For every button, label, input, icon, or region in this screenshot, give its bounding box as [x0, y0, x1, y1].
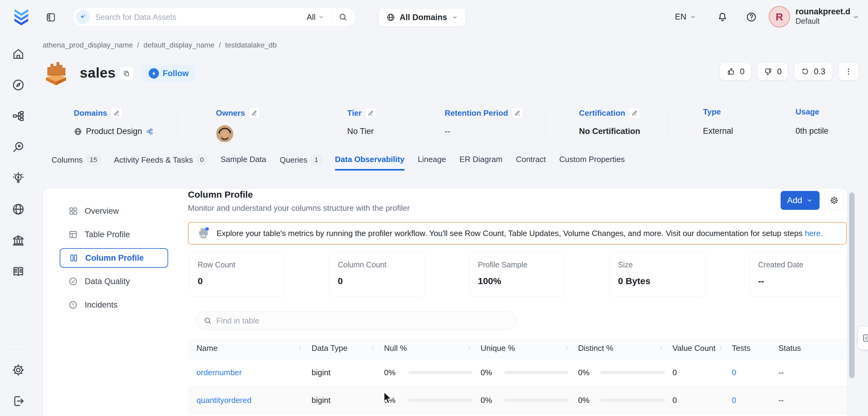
- meta-retention: Retention Period --: [445, 107, 523, 136]
- column-name-link[interactable]: quantityordered: [196, 395, 252, 405]
- breadcrumb-item[interactable]: default_display_name: [144, 41, 215, 49]
- add-label: Add: [787, 195, 802, 205]
- column-name-link[interactable]: ordernumber: [196, 368, 242, 377]
- cell-tests-link[interactable]: 0: [732, 395, 736, 405]
- add-button[interactable]: Add: [781, 191, 819, 210]
- downvote-count: 0: [777, 67, 781, 76]
- globe-icon: [386, 13, 395, 22]
- edit-tier-button[interactable]: [365, 107, 377, 119]
- tab-count-badge: 0: [197, 155, 207, 165]
- avatar-initial: R: [776, 11, 783, 23]
- edit-domains-button[interactable]: [111, 107, 122, 119]
- cell-null-pct: 0%: [384, 395, 396, 405]
- version-button[interactable]: 0.3: [794, 63, 832, 81]
- glossary-icon[interactable]: [11, 264, 25, 278]
- vertical-scrollbar[interactable]: [849, 192, 855, 378]
- language-dropdown[interactable]: EN: [675, 12, 696, 22]
- menu-item-incidents[interactable]: Incidents: [60, 295, 168, 315]
- menu-item-overview[interactable]: Overview: [60, 201, 168, 221]
- profiler-settings-button[interactable]: [825, 191, 844, 210]
- governance-icon[interactable]: [11, 233, 25, 247]
- domains-icon[interactable]: [11, 202, 25, 216]
- tab-contract[interactable]: Contract: [516, 155, 546, 169]
- search-scope-label: All: [307, 12, 315, 22]
- meta-owners: Owners: [216, 107, 260, 144]
- ai-sparkle-icon[interactable]: [76, 10, 90, 24]
- edit-certification-button[interactable]: [629, 107, 641, 119]
- entity-tabs: Columns15 Activity Feeds & Tasks0 Sample…: [52, 155, 625, 170]
- meta-divider: [177, 107, 178, 136]
- pencil-icon: [631, 109, 638, 116]
- meta-usage: Usage 0th pctile: [796, 107, 828, 136]
- user-chevron-down-icon[interactable]: [852, 13, 860, 21]
- sidebar-toggle-icon[interactable]: [45, 11, 57, 23]
- discovery-icon[interactable]: [11, 140, 25, 154]
- sort-icon[interactable]: [658, 345, 664, 352]
- tab-custom-properties[interactable]: Custom Properties: [559, 155, 625, 169]
- logout-icon[interactable]: [11, 394, 25, 408]
- explore-icon[interactable]: [11, 78, 25, 92]
- insights-icon[interactable]: [11, 171, 25, 185]
- edit-retention-button[interactable]: [512, 107, 523, 119]
- app-logo[interactable]: [11, 6, 32, 29]
- copy-name-button[interactable]: [119, 66, 134, 81]
- notifications-bell-icon[interactable]: [716, 11, 728, 23]
- user-avatar[interactable]: R: [769, 6, 790, 27]
- breadcrumb-item[interactable]: testdatalake_db: [225, 41, 277, 49]
- downvote-button[interactable]: 0: [757, 63, 788, 81]
- menu-item-table-profile[interactable]: Table Profile: [60, 225, 168, 244]
- tab-sample-data[interactable]: Sample Data: [220, 155, 266, 169]
- col-header-distinct: Distinct %: [578, 344, 613, 353]
- tab-columns[interactable]: Columns15: [52, 155, 100, 170]
- help-icon[interactable]: [746, 11, 757, 23]
- sort-icon[interactable]: [563, 345, 570, 352]
- top-bar: All All Domains EN R rounakpreet.d Defau…: [0, 0, 868, 34]
- col-header-value-count: Value Count: [673, 344, 715, 353]
- sort-icon[interactable]: [297, 345, 304, 352]
- unique-progress-bar: [504, 371, 568, 374]
- find-in-table-input[interactable]: [216, 316, 509, 325]
- globe-icon: [74, 127, 82, 136]
- owner-avatar[interactable]: [216, 125, 260, 144]
- cell-status: --: [778, 395, 784, 405]
- distinct-progress-bar: [600, 371, 665, 374]
- meta-type: Type External: [703, 107, 733, 136]
- all-domains-label: All Domains: [400, 13, 447, 22]
- more-actions-button[interactable]: [838, 63, 859, 81]
- user-menu[interactable]: rounakpreet.d Default: [796, 7, 850, 26]
- follow-button[interactable]: Follow: [142, 65, 195, 82]
- tab-lineage[interactable]: Lineage: [418, 155, 446, 169]
- upvote-count: 0: [740, 67, 744, 76]
- edit-owners-button[interactable]: [249, 107, 260, 119]
- breadcrumb-item[interactable]: athena_prod_display_name: [43, 41, 133, 49]
- tab-er-diagram[interactable]: ER Diagram: [459, 155, 502, 169]
- sort-icon[interactable]: [466, 345, 473, 352]
- cell-tests-link[interactable]: 0: [732, 368, 736, 377]
- tab-queries[interactable]: Queries1: [280, 155, 321, 170]
- sort-icon[interactable]: [369, 345, 376, 352]
- chevron-down-icon: [318, 14, 325, 21]
- find-in-table: [196, 311, 517, 330]
- domains-value[interactable]: Product Design: [74, 127, 153, 136]
- tab-data-observability[interactable]: Data Observability: [335, 155, 404, 170]
- all-domains-button[interactable]: All Domains: [379, 8, 465, 26]
- pencil-icon: [113, 109, 120, 116]
- settings-icon[interactable]: [11, 363, 25, 377]
- domain-name: Product Design: [86, 127, 142, 136]
- tab-activity-feeds[interactable]: Activity Feeds & Tasks0: [114, 155, 207, 170]
- home-icon[interactable]: [11, 47, 25, 61]
- search-scope-dropdown[interactable]: All: [307, 12, 325, 22]
- search-icon[interactable]: [338, 12, 347, 22]
- menu-item-column-profile[interactable]: Column Profile: [60, 248, 168, 268]
- menu-item-data-quality[interactable]: Data Quality: [60, 271, 168, 291]
- data-assets-graph-icon[interactable]: [11, 109, 25, 123]
- search-input[interactable]: [95, 12, 307, 22]
- breadcrumb: athena_prod_display_name / default_displ…: [43, 41, 277, 49]
- banner-here-link[interactable]: here.: [805, 229, 823, 238]
- cell-data-type: bigint: [312, 368, 331, 377]
- banner-text: Explore your table's metrics by running …: [217, 229, 823, 238]
- sort-icon[interactable]: [717, 345, 724, 352]
- upvote-button[interactable]: 0: [720, 63, 751, 81]
- collapse-panel-button[interactable]: [858, 326, 868, 350]
- stat-size: Size 0 Bytes: [609, 252, 705, 297]
